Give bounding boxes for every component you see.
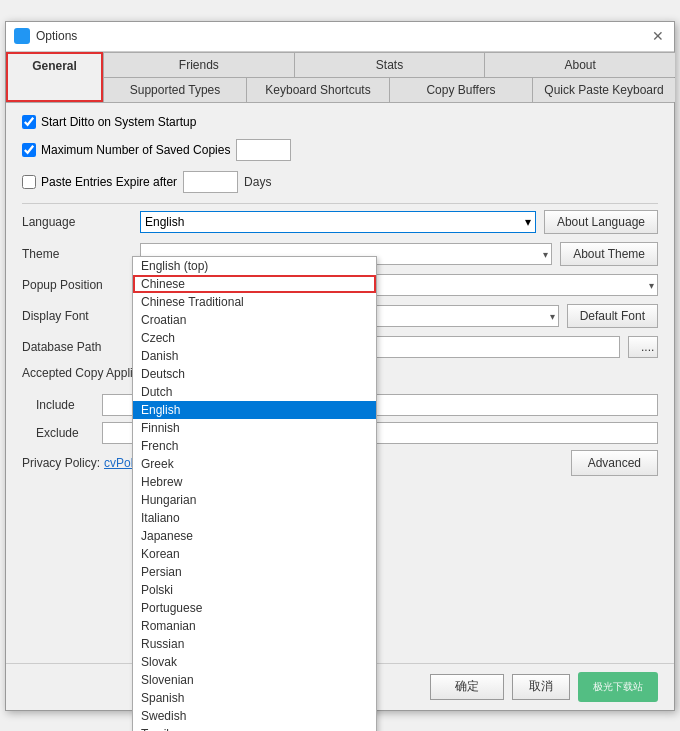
language-row: Language English ▾ About Language: [22, 210, 658, 234]
paste-expire-checkbox[interactable]: [22, 175, 36, 189]
language-select-wrap: English ▾: [140, 211, 536, 233]
dropdown-item-24[interactable]: Spanish: [133, 689, 376, 707]
tab-friends[interactable]: Friends: [104, 52, 295, 77]
startup-row: Start Ditto on System Startup: [22, 115, 658, 129]
dropdown-item-1[interactable]: Chinese: [133, 275, 376, 293]
tab-copy-buffers[interactable]: Copy Buffers: [389, 78, 533, 102]
dropdown-item-14[interactable]: Italiano: [133, 509, 376, 527]
startup-label: Start Ditto on System Startup: [41, 115, 196, 129]
language-select-display[interactable]: English ▾: [140, 211, 536, 233]
exclude-label: Exclude: [36, 426, 96, 440]
max-copies-row: Maximum Number of Saved Copies 500: [22, 139, 658, 161]
tab-quick-paste-keyboard[interactable]: Quick Paste Keyboard: [532, 78, 675, 102]
tab-keyboard-shortcuts[interactable]: Keyboard Shortcuts: [246, 78, 390, 102]
tab-about[interactable]: About: [484, 52, 675, 77]
tab-general[interactable]: General: [6, 52, 103, 102]
dropdown-item-3[interactable]: Croatian: [133, 311, 376, 329]
privacy-label: Privacy Policy:: [22, 456, 100, 470]
close-button[interactable]: ✕: [650, 28, 666, 44]
dropdown-item-22[interactable]: Slovak: [133, 653, 376, 671]
watermark: 极光下载站: [578, 672, 658, 702]
dropdown-item-13[interactable]: Hungarian: [133, 491, 376, 509]
dropdown-item-10[interactable]: French: [133, 437, 376, 455]
dropdown-item-12[interactable]: Hebrew: [133, 473, 376, 491]
dropdown-item-4[interactable]: Czech: [133, 329, 376, 347]
database-browse-button[interactable]: ....: [628, 336, 658, 358]
theme-label: Theme: [22, 247, 132, 261]
max-copies-input[interactable]: 500: [236, 139, 291, 161]
dropdown-item-23[interactable]: Slovenian: [133, 671, 376, 689]
app-icon: [14, 28, 30, 44]
about-theme-button[interactable]: About Theme: [560, 242, 658, 266]
dropdown-item-8[interactable]: English: [133, 401, 376, 419]
startup-checkbox-label[interactable]: Start Ditto on System Startup: [22, 115, 196, 129]
language-label: Language: [22, 215, 132, 229]
content-area: Start Ditto on System Startup Maximum Nu…: [6, 103, 674, 663]
language-control: English ▾ About Language: [140, 210, 658, 234]
dropdown-item-15[interactable]: Japanese: [133, 527, 376, 545]
max-copies-checkbox[interactable]: [22, 143, 36, 157]
popup-position-label: Popup Position: [22, 278, 132, 292]
max-copies-label[interactable]: Maximum Number of Saved Copies: [22, 143, 230, 157]
separator-1: [22, 203, 658, 204]
dropdown-item-0[interactable]: English (top): [133, 257, 376, 275]
about-language-button[interactable]: About Language: [544, 210, 658, 234]
dropdown-item-21[interactable]: Russian: [133, 635, 376, 653]
paste-expire-row: Paste Entries Expire after 5 Days: [22, 171, 658, 193]
tab-supported-types[interactable]: Supported Types: [104, 78, 247, 102]
database-path-label: Database Path: [22, 340, 132, 354]
dropdown-item-17[interactable]: Persian: [133, 563, 376, 581]
language-dropdown[interactable]: English (top)ChineseChinese TraditionalC…: [132, 256, 377, 732]
display-font-label: Display Font: [22, 309, 132, 323]
tabs-container: General Friends Stats About Supported Ty…: [6, 52, 674, 103]
dropdown-item-25[interactable]: Swedish: [133, 707, 376, 725]
ok-button[interactable]: 确定: [430, 674, 504, 700]
dropdown-item-2[interactable]: Chinese Traditional: [133, 293, 376, 311]
dropdown-arrow-icon: ▾: [525, 215, 531, 229]
cancel-button[interactable]: 取消: [512, 674, 570, 700]
max-copies-text: Maximum Number of Saved Copies: [41, 143, 230, 157]
paste-expire-text: Paste Entries Expire after: [41, 175, 177, 189]
dropdown-item-18[interactable]: Polski: [133, 581, 376, 599]
startup-checkbox[interactable]: [22, 115, 36, 129]
paste-expire-input[interactable]: 5: [183, 171, 238, 193]
tab-stats[interactable]: Stats: [294, 52, 486, 77]
dropdown-item-9[interactable]: Finnish: [133, 419, 376, 437]
title-bar: Options ✕: [6, 22, 674, 52]
title-bar-left: Options: [14, 28, 77, 44]
dropdown-item-6[interactable]: Deutsch: [133, 365, 376, 383]
dropdown-item-5[interactable]: Danish: [133, 347, 376, 365]
window-title: Options: [36, 29, 77, 43]
paste-expire-label[interactable]: Paste Entries Expire after: [22, 175, 177, 189]
language-selected-value: English: [145, 215, 184, 229]
dropdown-item-19[interactable]: Portuguese: [133, 599, 376, 617]
dropdown-item-26[interactable]: Tamil: [133, 725, 376, 732]
days-label: Days: [244, 175, 271, 189]
default-font-button[interactable]: Default Font: [567, 304, 658, 328]
dropdown-item-11[interactable]: Greek: [133, 455, 376, 473]
advanced-button[interactable]: Advanced: [571, 450, 658, 476]
include-label: Include: [36, 398, 96, 412]
dropdown-item-20[interactable]: Romanian: [133, 617, 376, 635]
dropdown-item-16[interactable]: Korean: [133, 545, 376, 563]
options-window: Options ✕ General Friends Stats About Su…: [5, 21, 675, 711]
dropdown-item-7[interactable]: Dutch: [133, 383, 376, 401]
